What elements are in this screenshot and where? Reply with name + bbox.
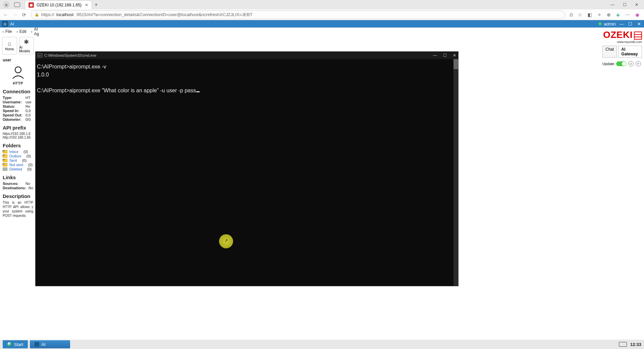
cmd-scroll-thumb[interactable] xyxy=(453,59,458,69)
tab-close-icon[interactable]: ✕ xyxy=(85,3,88,7)
browser-tab[interactable]: ▦ OZEKI 10 (192.168.1.65) ✕ xyxy=(25,0,92,9)
section-folders: Folders xyxy=(3,143,33,148)
maximize-icon[interactable]: ☐ xyxy=(622,2,627,7)
cancel-icon[interactable]: ⊘ xyxy=(628,61,634,66)
conn-speedout-row: Speed Out:0,0 xyxy=(3,113,33,117)
new-tab-icon[interactable]: + xyxy=(95,2,98,8)
tab-overview-icon[interactable] xyxy=(14,2,20,7)
admin-label[interactable]: admin xyxy=(604,21,616,27)
menu-aiag[interactable]: AI Ag xyxy=(34,27,39,36)
folder-sent[interactable]: Sent (0) xyxy=(3,158,33,162)
conn-speedin-row: Speed In:0,0 xyxy=(3,109,33,113)
cmd-minimize-icon[interactable]: — xyxy=(433,53,437,58)
conn-user-row: Username:use xyxy=(3,100,33,104)
close-icon[interactable]: ✕ xyxy=(634,2,639,7)
cmd-title-text: C:\Windows\System32\cmd.exe xyxy=(44,53,96,57)
clock[interactable]: 12:33 xyxy=(630,342,641,347)
api-url-1: https://192.168.1.6 xyxy=(3,132,33,136)
taskbar-app-label: AI xyxy=(41,342,45,347)
tab-chat[interactable]: Chat xyxy=(602,46,617,58)
models-icon: ✱ xyxy=(24,38,29,46)
favorite-icon[interactable]: ☆ xyxy=(578,12,582,17)
cmd-body[interactable]: C:\AIPrompt>aiprompt.exe -v 1.0.0 C:\AIP… xyxy=(36,59,458,286)
app-close-icon[interactable]: ✕ xyxy=(636,21,642,27)
folder-inbox[interactable]: Inbox (0) xyxy=(3,150,33,154)
right-tabs: Chat AI Gateway xyxy=(600,46,644,58)
section-api: API prefix xyxy=(3,125,33,131)
tab-ai-gateway[interactable]: AI Gateway xyxy=(618,46,642,58)
cmd-titlebar[interactable]: c:\ C:\Windows\System32\cmd.exe — ☐ ✕ xyxy=(36,52,458,59)
keyboard-icon[interactable] xyxy=(619,342,627,347)
app-title: AI xyxy=(10,21,14,27)
update-toggle[interactable] xyxy=(616,61,626,66)
app-titlebar: ◎ AI admin — ☐ ✕ xyxy=(0,20,644,28)
app-minimize-icon[interactable]: — xyxy=(619,21,625,27)
cmd-window[interactable]: c:\ C:\Windows\System32\cmd.exe — ☐ ✕ C:… xyxy=(36,52,458,286)
address-bar[interactable]: 🔒 https://localhost:9515/AI/?a=connectio… xyxy=(31,10,565,19)
conn-odo-row: Odometer:0/0 xyxy=(3,117,33,121)
tab-favicon-icon: ▦ xyxy=(29,2,34,8)
menu-arrow-icon: ▸ xyxy=(3,30,4,33)
menu-file[interactable]: File xyxy=(5,29,12,34)
menu-arrow-icon: ▸ xyxy=(31,30,33,33)
ai-models-button[interactable]: ✱ AI Models xyxy=(19,37,34,54)
refresh-update-icon[interactable]: ⟳ xyxy=(636,61,641,66)
description-text: This is an HTTP HTTP API allows y your s… xyxy=(3,200,33,218)
app-maximize-icon[interactable]: ☐ xyxy=(627,21,633,27)
start-orb-icon xyxy=(7,342,12,347)
menu-icon[interactable]: ⋯ xyxy=(625,12,630,17)
folder-icon xyxy=(3,159,7,162)
tab-title: OZEKI 10 (192.168.1.65) xyxy=(37,3,82,7)
home-icon: ⌂ xyxy=(8,40,11,47)
url-host: localhost xyxy=(56,12,73,17)
folder-outbox[interactable]: Outbox (0) xyxy=(3,154,33,158)
models-label: AI Models xyxy=(19,46,34,53)
user-icon xyxy=(10,65,26,81)
system-tray: 12:33 xyxy=(619,342,641,347)
sidebar-content: user HTTP Connection Type:HT Username:us… xyxy=(0,54,36,219)
url-path: :9515/AI/?a=connection_details&Connectio… xyxy=(75,12,252,17)
conn-status-row: Status:Re xyxy=(3,104,33,108)
lock-icon: 🔒 xyxy=(35,12,39,17)
links-sources-row: Sources:No xyxy=(3,182,33,186)
cmd-maximize-icon[interactable]: ☐ xyxy=(443,53,447,58)
back-icon[interactable]: ← xyxy=(3,12,8,17)
copilot-icon[interactable]: ◉ xyxy=(635,12,639,17)
taskbar-app-ai[interactable]: AI xyxy=(30,340,70,348)
folder-icon xyxy=(3,163,7,166)
menu-edit[interactable]: Edit xyxy=(19,29,26,34)
forward-icon[interactable]: → xyxy=(13,12,17,17)
browser-tab-strip: ◉ ▦ OZEKI 10 (192.168.1.65) ✕ + — ☐ ✕ xyxy=(0,0,644,9)
refresh-icon[interactable]: ⟳ xyxy=(22,12,26,17)
section-links: Links xyxy=(3,174,33,180)
cmd-close-icon[interactable]: ✕ xyxy=(453,53,456,58)
home-button[interactable]: ⌂ Home xyxy=(2,37,17,54)
links-dest-row: Destinations:No xyxy=(3,186,33,190)
window-buttons: — ☐ ✕ xyxy=(610,2,643,7)
cmd-icon: c:\ xyxy=(38,53,42,57)
section-desc: Description xyxy=(3,193,33,199)
folder-icon xyxy=(3,154,7,158)
profile-avatar-icon[interactable]: ◉ xyxy=(3,2,9,8)
brand-box-icon xyxy=(634,32,642,40)
right-panel: OZEKI www.myozeki.com Chat AI Gateway Up… xyxy=(600,28,644,340)
brand: OZEKI www.myozeki.com xyxy=(600,28,644,46)
cmd-line: C:\AIPrompt>aiprompt.exe "What color is … xyxy=(37,88,196,93)
minimize-icon[interactable]: — xyxy=(610,2,615,7)
folder-notsent[interactable]: Not sent (0) xyxy=(3,163,33,167)
split-icon[interactable]: ◧ xyxy=(588,12,592,17)
browser-actions: ⎙ ☆ ◧ ✧ ⊕ ◈ ⋯ ◉ xyxy=(570,12,641,17)
app-icon: ◎ xyxy=(2,21,8,27)
cmd-scrollbar[interactable] xyxy=(453,59,458,286)
performance-icon[interactable]: ◈ xyxy=(616,12,620,17)
brand-logo: OZEKI xyxy=(602,30,642,40)
folder-deleted[interactable]: Deleted (0) xyxy=(3,167,33,171)
update-label: Update xyxy=(602,62,614,66)
collections-icon[interactable]: ✧ xyxy=(597,12,601,17)
extensions-icon[interactable]: ⊕ xyxy=(607,12,611,17)
trash-icon xyxy=(3,167,7,171)
left-panel: ▸File ▸Edit ▸AI Ag ⌂ Home ✱ AI Models us… xyxy=(0,28,36,340)
start-button[interactable]: Start xyxy=(3,340,28,348)
read-aloud-icon[interactable]: ⎙ xyxy=(570,12,573,17)
url-scheme: https:// xyxy=(41,12,54,17)
